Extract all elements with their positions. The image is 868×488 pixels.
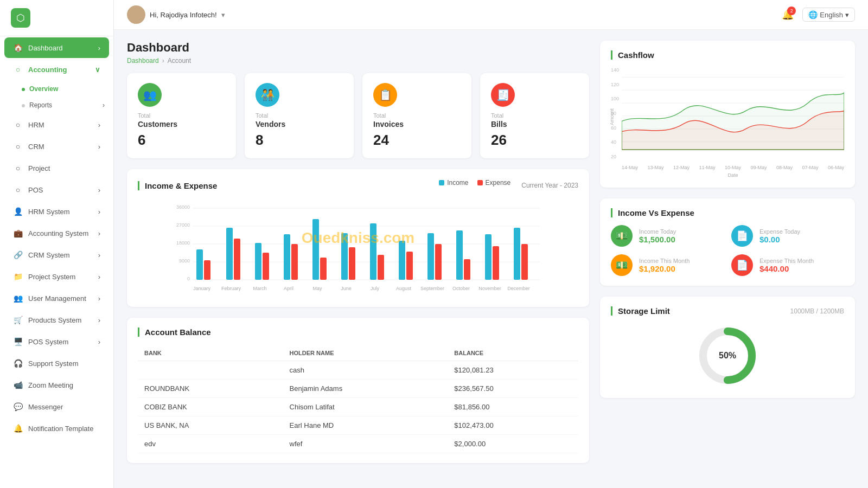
sidebar: ⬡ 🏠 Dashboard › ○ Accounting ∨ Overview … bbox=[0, 0, 114, 488]
accounting-icon: ○ bbox=[13, 65, 23, 74]
globe-icon: 🌐 bbox=[808, 10, 818, 19]
invoices-value: 24 bbox=[373, 132, 461, 149]
expense-today-icon: 📄 bbox=[731, 225, 753, 247]
sidebar-item-support-system[interactable]: 🎧 Support System bbox=[4, 353, 109, 374]
storage-percent-label: 50% bbox=[719, 351, 736, 361]
sidebar-label-user-management: User Management bbox=[28, 294, 86, 303]
svg-text:December: December bbox=[507, 286, 530, 291]
logo-icon: ⬡ bbox=[11, 8, 30, 28]
sidebar-item-pos[interactable]: ○ POS › bbox=[4, 179, 109, 200]
sidebar-item-zoom-meeting[interactable]: 📹 Zoom Meeting bbox=[4, 375, 109, 395]
bank-cell: COBIZ BANK bbox=[138, 398, 283, 416]
table-row: COBIZ BANKChisom Latifat$81,856.00 bbox=[138, 398, 578, 416]
balance-cell: $102,473.00 bbox=[448, 416, 578, 435]
chart-legend: Income Expense bbox=[439, 179, 510, 187]
ive-income-month: 💵 Income This Month $1,920.00 bbox=[611, 254, 724, 276]
avatar bbox=[127, 5, 145, 24]
svg-text:27000: 27000 bbox=[176, 222, 190, 228]
sidebar-label-zoom-meeting: Zoom Meeting bbox=[28, 381, 73, 389]
ive-expense-month-label: Expense This Month bbox=[760, 258, 814, 264]
sidebar-label-accounting-system: Accounting System bbox=[28, 229, 88, 237]
storage-title: Storage Limit bbox=[611, 306, 670, 316]
zoom-icon: 📹 bbox=[13, 380, 23, 390]
svg-rect-22 bbox=[341, 233, 348, 280]
breadcrumb-home[interactable]: Dashboard bbox=[127, 57, 159, 65]
ive-title: Income Vs Expense bbox=[611, 208, 844, 217]
cashflow-x-labels: 14-May13-May12-May11-May10-May09-May08-M… bbox=[622, 164, 844, 170]
home-icon: 🏠 bbox=[13, 43, 23, 53]
sidebar-item-notification-template[interactable]: 🔔 Notification Template bbox=[4, 418, 109, 439]
sidebar-item-products-system[interactable]: 🛒 Products System › bbox=[4, 310, 109, 330]
language-selector[interactable]: 🌐 English ▾ bbox=[802, 8, 855, 22]
svg-text:May: May bbox=[312, 286, 322, 291]
holder-cell: wfef bbox=[283, 435, 448, 453]
customers-title: Customers bbox=[138, 120, 225, 129]
sidebar-item-project-system[interactable]: 📁 Project System › bbox=[4, 266, 109, 287]
svg-rect-31 bbox=[464, 259, 470, 280]
svg-text:18000: 18000 bbox=[176, 240, 190, 246]
breadcrumb: Dashboard › Account bbox=[127, 57, 589, 65]
stat-card-vendors[interactable]: 🧑‍🤝‍🧑 Total Vendors 8 bbox=[245, 73, 354, 158]
donut-chart: 50% bbox=[611, 323, 844, 388]
svg-rect-29 bbox=[435, 244, 442, 280]
crm-system-icon: 🔗 bbox=[13, 250, 23, 260]
stat-card-invoices[interactable]: 📋 Total Invoices 24 bbox=[362, 73, 471, 158]
header: Hi, Rajodiya Infotech! ▾ 🔔 2 🌐 English ▾ bbox=[114, 0, 868, 30]
chevron-icon: › bbox=[98, 251, 100, 259]
sidebar-item-crm-system[interactable]: 🔗 CRM System › bbox=[4, 245, 109, 265]
svg-rect-15 bbox=[234, 239, 240, 280]
sidebar-item-crm[interactable]: ○ CRM › bbox=[4, 136, 109, 157]
sidebar-item-accounting-system[interactable]: 💼 Accounting System › bbox=[4, 223, 109, 243]
header-right: 🔔 2 🌐 English ▾ bbox=[782, 8, 855, 22]
ive-income-today-value: $1,500.00 bbox=[639, 235, 676, 244]
sidebar-label-hrm: HRM bbox=[28, 121, 44, 129]
content-left: Dashboard Dashboard › Account 👥 Total Cu… bbox=[127, 41, 589, 477]
sidebar-item-user-management[interactable]: 👥 User Management › bbox=[4, 288, 109, 309]
user-menu[interactable]: Hi, Rajodiya Infotech! ▾ bbox=[127, 5, 225, 24]
sidebar-label-hrm-system: HRM System bbox=[28, 208, 70, 216]
sidebar-label-pos-system: POS System bbox=[28, 338, 68, 346]
invoices-label: Total bbox=[373, 112, 461, 119]
expense-month-icon: 📄 bbox=[731, 254, 753, 276]
sidebar-item-accounting[interactable]: ○ Accounting ∨ bbox=[4, 59, 109, 80]
svg-rect-26 bbox=[399, 241, 405, 280]
table-row: edvwfef$2,000.00 bbox=[138, 435, 578, 453]
sidebar-item-hrm[interactable]: ○ HRM › bbox=[4, 114, 109, 135]
chart-year: Current Year - 2023 bbox=[521, 182, 578, 189]
sidebar-label-crm-system: CRM System bbox=[28, 251, 70, 259]
account-balance-section: Account Balance BANK HOLDER NAME BALANCE… bbox=[127, 318, 589, 463]
account-balance-title: Account Balance bbox=[138, 328, 578, 337]
stat-card-customers[interactable]: 👥 Total Customers 6 bbox=[127, 73, 236, 158]
svg-text:June: June bbox=[341, 286, 352, 291]
sidebar-item-messenger[interactable]: 💬 Messenger bbox=[4, 396, 109, 417]
notification-badge: 2 bbox=[787, 7, 796, 15]
sidebar-item-pos-system[interactable]: 🖥️ POS System › bbox=[4, 331, 109, 352]
hrm-icon: ○ bbox=[13, 120, 23, 130]
sidebar-label-notification-template: Notification Template bbox=[28, 425, 93, 433]
chevron-icon: › bbox=[98, 186, 100, 194]
products-system-icon: 🛒 bbox=[13, 315, 23, 325]
col-bank: BANK bbox=[138, 345, 283, 361]
cashflow-svg bbox=[622, 67, 844, 162]
stat-card-bills[interactable]: 🧾 Total Bills 26 bbox=[480, 73, 589, 158]
sidebar-sub-reports[interactable]: Reports › bbox=[0, 97, 113, 113]
breadcrumb-current: Account bbox=[168, 57, 191, 65]
sidebar-logo: ⬡ bbox=[0, 0, 113, 36]
bills-value: 26 bbox=[491, 132, 578, 149]
ive-income-today-label: Income Today bbox=[639, 228, 676, 235]
chevron-right-icon: › bbox=[103, 101, 105, 109]
sidebar-sub-overview[interactable]: Overview bbox=[0, 81, 113, 97]
svg-point-0 bbox=[132, 9, 140, 16]
ive-expense-month-value: $440.00 bbox=[760, 264, 814, 273]
sidebar-item-dashboard[interactable]: 🏠 Dashboard › bbox=[4, 37, 109, 58]
sidebar-item-project[interactable]: ○ Project bbox=[4, 158, 109, 178]
svg-rect-18 bbox=[284, 234, 290, 280]
balance-cell: $81,856.00 bbox=[448, 398, 578, 416]
main-area: Hi, Rajodiya Infotech! ▾ 🔔 2 🌐 English ▾… bbox=[114, 0, 868, 488]
storage-header: Storage Limit 1000MB / 1200MB bbox=[611, 306, 844, 316]
sidebar-item-hrm-system[interactable]: 👤 HRM System › bbox=[4, 201, 109, 222]
cashflow-title: Cashflow bbox=[611, 50, 844, 60]
notification-button[interactable]: 🔔 2 bbox=[782, 9, 794, 21]
sidebar-label-project: Project bbox=[28, 164, 50, 172]
hrm-system-icon: 👤 bbox=[13, 207, 23, 216]
